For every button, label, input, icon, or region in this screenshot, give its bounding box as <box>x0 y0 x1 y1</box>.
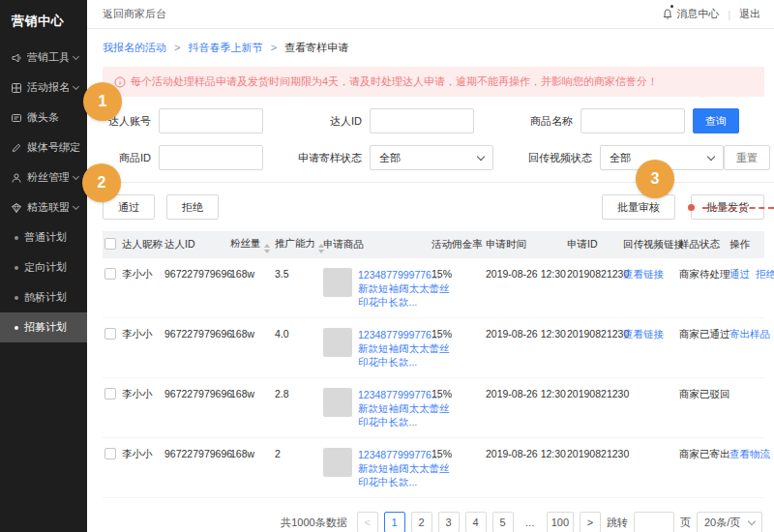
page-button-5[interactable]: 5 <box>492 512 514 532</box>
product-id-input[interactable] <box>159 145 263 170</box>
callout-3: 3 <box>636 160 674 198</box>
page-button-100[interactable]: 100 <box>547 512 574 532</box>
product-thumbnail[interactable] <box>323 388 352 417</box>
product-thumbnail[interactable] <box>323 448 352 477</box>
breadcrumb-separator: > <box>174 42 180 53</box>
row-checkbox[interactable] <box>104 448 116 459</box>
sidebar-subitem-normal-plan[interactable]: 普通计划 <box>0 222 87 252</box>
batch-ship-button[interactable]: 批量发货 <box>691 194 764 220</box>
megaphone-icon <box>11 52 22 64</box>
row-nickname: 李小小 <box>122 388 164 401</box>
sample-status-value: 全部 <box>379 151 401 165</box>
row-action-ship-sample[interactable]: 寄出样品 <box>729 328 770 341</box>
product-thumbnail[interactable] <box>323 328 352 357</box>
row-fans: 168w <box>230 268 275 280</box>
breadcrumb-my-activities[interactable]: 我报名的活动 <box>103 42 166 53</box>
col-apply-id: 申请ID <box>567 238 623 251</box>
row-checkbox[interactable] <box>104 268 116 280</box>
sidebar-item-activity-signup[interactable]: 活动报名 <box>0 73 87 103</box>
row-talent-id: 967227979696 <box>164 388 230 399</box>
message-center-link[interactable]: 消息中心 <box>662 7 719 21</box>
sidebar-subitem-label: 招募计划 <box>24 320 67 335</box>
col-video-link: 回传视频链接 <box>623 238 679 251</box>
sidebar-subitem-queqiao-plan[interactable]: 鹊桥计划 <box>0 282 87 312</box>
select-all-checkbox[interactable] <box>104 238 116 250</box>
row-action-reject[interactable]: 拒绝 <box>756 268 774 281</box>
row-talent-id: 967227979696 <box>164 448 230 459</box>
col-product: 申请商品 <box>323 238 432 251</box>
sidebar-subitem-targeted-plan[interactable]: 定向计划 <box>0 252 87 282</box>
sidebar-subitem-recruit-plan[interactable]: 招募计划 <box>0 312 87 342</box>
reject-button[interactable]: 拒绝 <box>166 194 219 220</box>
next-page-button[interactable]: > <box>580 512 601 532</box>
row-fans: 168w <box>230 448 275 459</box>
fans-icon <box>11 172 22 184</box>
sidebar-item-micro-headline[interactable]: 微头条 <box>0 103 87 133</box>
view-video-link[interactable]: 查看链接 <box>623 328 664 340</box>
bullet-icon <box>15 266 18 270</box>
page-button-2[interactable]: 2 <box>411 512 432 532</box>
row-apply-id: 20190821230 <box>567 268 623 280</box>
col-apply-time: 申请时间 <box>486 238 567 251</box>
sidebar-item-fans-management[interactable]: 粉丝管理 <box>0 163 87 192</box>
col-operation: 操作 <box>729 238 762 251</box>
row-fans: 168w <box>230 388 275 399</box>
page-button-4[interactable]: 4 <box>465 512 487 532</box>
row-checkbox[interactable] <box>104 328 116 340</box>
sort-fans-icon[interactable] <box>264 244 270 253</box>
row-sample-status: 商家已寄出 <box>679 448 729 461</box>
row-checkbox[interactable] <box>104 388 116 399</box>
row-commission: 15% <box>432 328 486 340</box>
breadcrumb-activity-name[interactable]: 抖音春季上新节 <box>189 42 263 53</box>
chevron-down-icon <box>748 517 756 524</box>
talent-id-input[interactable] <box>370 108 474 133</box>
reset-button[interactable]: 重置 <box>724 145 770 170</box>
col-talent-id: 达人ID <box>164 238 230 251</box>
product-thumbnail[interactable] <box>323 268 352 297</box>
breadcrumb-current: 查看寄样申请 <box>284 42 348 53</box>
filter-form: 达人账号 达人ID 商品名称 查询 商品ID <box>87 108 774 170</box>
pagination-total: 共1000条数据 <box>281 516 346 530</box>
row-action-approve[interactable]: 通过 <box>729 268 750 281</box>
prev-page-button[interactable]: < <box>357 512 378 532</box>
view-video-link[interactable]: 查看链接 <box>623 268 664 280</box>
talent-account-input[interactable] <box>159 108 263 133</box>
sidebar-subitem-label: 鹊桥计划 <box>24 290 67 305</box>
chevron-down-icon <box>73 203 79 210</box>
row-apply-id: 20190821230 <box>567 328 623 340</box>
page-unit-label: 页 <box>680 516 691 530</box>
jump-page-input[interactable] <box>634 512 674 532</box>
sidebar-item-selected-alliance[interactable]: 精选联盟 <box>0 192 87 222</box>
sidebar-subitem-label: 定向计划 <box>24 260 67 275</box>
logout-link[interactable]: 退出 <box>739 7 760 21</box>
bullet-icon <box>15 326 18 330</box>
info-icon <box>114 76 126 88</box>
row-action-view-logistics[interactable]: 查看物流 <box>729 448 770 461</box>
page-button-3[interactable]: 3 <box>438 512 460 532</box>
back-to-merchant-link[interactable]: 返回商家后台 <box>103 7 166 21</box>
divider: | <box>728 9 730 20</box>
batch-review-button[interactable]: 批量审核 <box>602 194 675 220</box>
sidebar-item-label: 活动报名 <box>27 80 69 95</box>
row-commission: 15% <box>432 268 486 280</box>
chevron-down-icon <box>707 152 715 160</box>
page-button-1[interactable]: 1 <box>384 512 405 532</box>
talent-id-label: 达人ID <box>284 114 370 129</box>
message-center-label: 消息中心 <box>676 7 719 21</box>
search-button[interactable]: 查询 <box>693 108 739 133</box>
product-name-input[interactable] <box>580 108 685 133</box>
table-header: 达人昵称 达人ID 粉丝量 推广能力 申请商品 活动佣金率 申请时间 申请ID … <box>103 231 764 258</box>
app-title: 营销中心 <box>0 0 87 43</box>
sidebar-item-label: 微头条 <box>27 110 80 125</box>
sidebar-item-label: 营销工具 <box>27 50 69 65</box>
jump-label: 跳转 <box>607 516 628 530</box>
sample-status-select[interactable]: 全部 <box>370 145 493 170</box>
row-apply-time: 2019-08-26 12:30 <box>486 268 567 280</box>
sidebar-item-media-binding[interactable]: 媒体号绑定 <box>0 133 87 163</box>
page-size-select[interactable]: 20条/页 <box>697 512 762 532</box>
page-ellipsis: ... <box>520 512 541 532</box>
bullet-icon <box>15 296 18 300</box>
row-apply-time: 2019-08-26 12:30 <box>486 328 567 340</box>
sidebar-item-marketing-tools[interactable]: 营销工具 <box>0 43 87 73</box>
main-content: 返回商家后台 消息中心 | 退出 我报名的活动 > 抖音春季上新节 > 查看寄样… <box>87 0 774 532</box>
